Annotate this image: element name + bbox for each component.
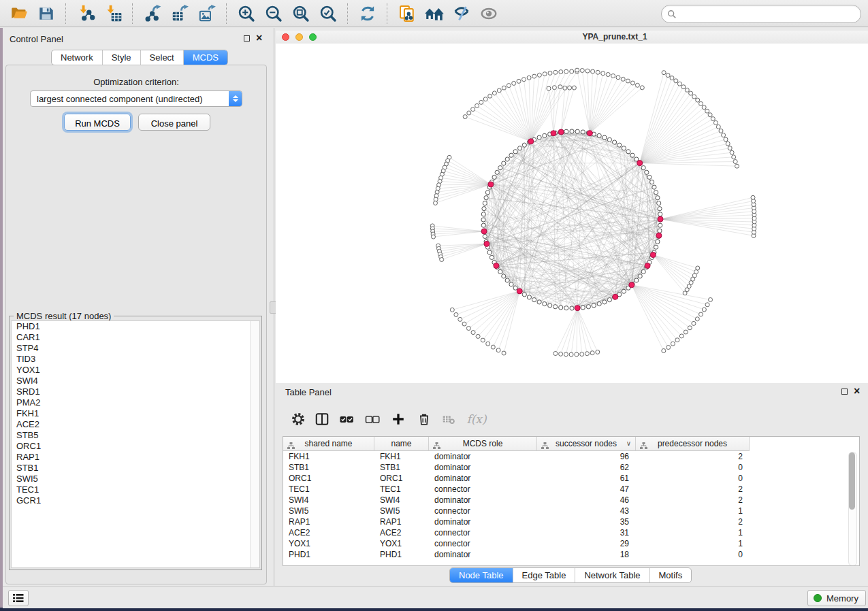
mcds-result-item: PHD1 [12,321,259,332]
optimization-criterion-label: Optimization criterion: [0,77,272,87]
table-cell: SWI5 [374,506,429,516]
mcds-hub-node [517,288,522,294]
deselect-all-rows-icon[interactable] [364,410,381,428]
close-panel-icon[interactable]: × [256,35,262,42]
export-network-icon[interactable] [142,3,163,24]
table-toolbar: f(x) [276,403,868,435]
task-history-button[interactable] [8,590,29,606]
optimization-criterion-select[interactable]: largest connected component (undirected) [30,90,242,107]
table-cell: 1 [636,538,750,549]
search-input[interactable] [677,7,861,21]
float-panel-icon[interactable] [841,389,848,395]
table-row[interactable]: SWI4SWI4dominator462 [283,495,859,506]
zoom-in-icon[interactable] [236,3,257,24]
desktop-wallpaper-left [0,28,3,611]
control-panel-window-controls: × [244,35,262,42]
table-cell: 0 [636,462,750,473]
mcds-hub-node [613,294,618,299]
mcds-result-item: STB1 [12,463,259,474]
tab-network[interactable]: Network [52,50,103,65]
eye-icon[interactable] [479,3,499,24]
show-columns-icon[interactable] [313,410,331,428]
table-scrollbar-thumb[interactable] [849,452,855,510]
tab-network-table[interactable]: Network Table [575,568,649,582]
export-table-icon[interactable] [170,3,190,24]
table-row[interactable]: STB1STB1dominator620 [283,462,859,473]
tab-motifs[interactable]: Motifs [650,568,692,582]
network-window-titlebar[interactable]: YPA_prune.txt_1 [276,31,868,44]
tab-edge-table[interactable]: Edge Table [513,568,576,582]
table-row[interactable]: SWI5SWI5connector431 [283,506,859,516]
column-header-name[interactable]: name [374,437,429,451]
zoom-selected-icon[interactable] [318,3,338,24]
zoom-fit-icon[interactable] [291,3,311,24]
table-row[interactable]: ORC1ORC1dominator610 [283,473,859,484]
table-scrollbar[interactable] [848,452,857,566]
tab-node-table[interactable]: Node Table [450,568,513,582]
table-cell: 46 [537,495,636,506]
table-row[interactable]: FKH1FKH1dominator962 [283,451,859,462]
mcds-result-item: PMA2 [12,397,259,408]
table-cell: 96 [537,451,636,462]
open-folder-icon[interactable] [9,3,29,24]
mcds-result-list[interactable]: PHD1CAR1STP4TID3YOX1SWI4SRD1PMA2FKH1ACE2… [11,320,260,568]
mcds-result-item: CAR1 [12,332,259,343]
table-cell: 29 [537,538,636,549]
float-panel-icon[interactable] [244,35,250,42]
hide-details-icon[interactable] [451,3,472,24]
column-header-shared-name[interactable]: shared name [283,437,374,451]
minimize-window-icon[interactable] [295,33,303,41]
mcds-result-group: MCDS result (17 nodes) PHD1CAR1STP4TID3Y… [9,316,262,570]
select-all-rows-icon[interactable] [338,410,355,428]
import-network-icon[interactable] [76,3,96,24]
save-icon[interactable] [36,3,57,24]
mcds-result-item: TID3 [12,354,259,365]
mcds-result-item: TEC1 [12,484,259,495]
table-panel-tabs: Node TableEdge TableNetwork TableMotifs [449,567,692,583]
tab-style[interactable]: Style [103,50,141,65]
table-cell: 62 [537,462,636,473]
table-cell: 2 [636,451,750,462]
add-column-icon[interactable] [389,410,407,428]
close-panel-icon[interactable]: × [854,388,860,395]
table-row[interactable]: YOX1YOX1connector291 [283,538,859,549]
column-header-mcds-role[interactable]: MCDS role [429,437,537,451]
window-traffic-lights [282,33,317,41]
refresh-icon[interactable] [357,3,378,24]
node-table[interactable]: shared namenameMCDS rolesuccessor nodes∨… [283,436,860,566]
houses-icon[interactable] [424,3,445,24]
table-row[interactable]: TEC1TEC1connector472 [283,484,859,495]
memory-button[interactable]: Memory [807,590,866,606]
table-row[interactable]: ACE2ACE2connector311 [283,527,859,538]
table-row[interactable]: RAP1RAP1dominator352 [283,516,859,527]
search-field[interactable] [661,5,861,23]
mcds-list-scrollbar[interactable] [250,321,259,567]
table-settings-gear-icon[interactable] [289,410,307,428]
tab-select[interactable]: Select [141,50,184,65]
table-cell: 0 [636,473,750,484]
table-cell: YOX1 [283,538,374,549]
run-mcds-button[interactable]: Run MCDS [64,114,131,131]
first-neighbors-icon[interactable] [397,3,417,24]
delete-column-trash-icon[interactable] [415,410,433,428]
delete-table-icon[interactable] [440,410,457,428]
mcds-hub-node [658,216,663,222]
network-view[interactable] [276,44,868,383]
zoom-out-icon[interactable] [263,3,284,24]
close-panel-button[interactable]: Close panel [138,114,210,131]
tab-mcds[interactable]: MCDS [184,50,227,65]
memory-label: Memory [826,593,865,604]
table-cell: ORC1 [283,473,374,484]
export-image-icon[interactable] [197,3,217,24]
column-header-successor-nodes[interactable]: successor nodes∨ [537,437,636,451]
close-window-icon[interactable] [282,33,289,41]
maximize-window-icon[interactable] [309,33,317,41]
import-table-icon[interactable] [103,3,123,24]
function-builder-icon[interactable]: f(x) [464,410,489,428]
column-header-predecessor-nodes[interactable]: predecessor nodes [636,437,750,451]
table-cell: ACE2 [283,527,374,538]
table-cell: 47 [537,484,636,495]
table-row[interactable]: PHD1PHD1dominator180 [283,549,859,560]
table-cell: 0 [636,549,750,560]
task-list-icon [13,593,24,603]
